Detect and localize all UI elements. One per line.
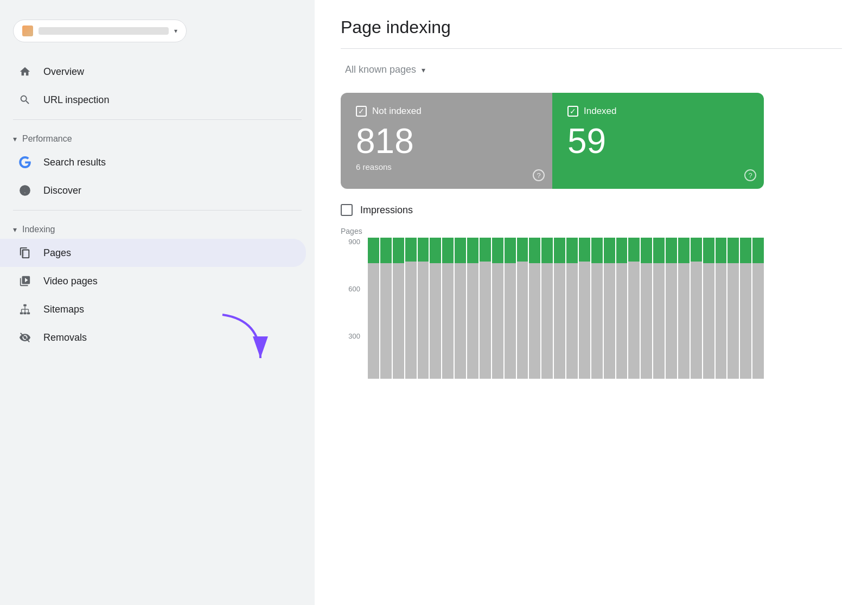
bar-green xyxy=(628,238,640,262)
bar-group xyxy=(616,238,628,379)
sidebar-item-pages[interactable]: Pages xyxy=(0,239,306,267)
bar-green xyxy=(752,238,764,263)
bar-group xyxy=(467,238,478,379)
not-indexed-check-icon: ✓ xyxy=(358,107,365,115)
sidebar-item-overview[interactable]: Overview xyxy=(0,58,306,86)
filter-row: All known pages ▾ xyxy=(341,62,842,78)
bar-group xyxy=(740,238,751,379)
bar-green xyxy=(566,238,578,263)
bar-group xyxy=(604,238,615,379)
indexed-help-icon[interactable]: ? xyxy=(744,169,756,181)
sidebar-item-video-pages[interactable]: Video pages xyxy=(0,267,306,295)
not-indexed-label: Not indexed xyxy=(372,106,422,117)
bar-green xyxy=(505,238,516,263)
site-favicon xyxy=(22,26,33,36)
bar-group xyxy=(752,238,764,379)
chart-canvas xyxy=(368,238,764,379)
all-known-pages-dropdown[interactable]: All known pages ▾ xyxy=(341,62,430,78)
y-tick-600: 600 xyxy=(341,285,360,293)
sidebar-item-video-pages-label: Video pages xyxy=(43,276,98,287)
sidebar-item-discover-label: Discover xyxy=(43,185,81,196)
sidebar-section-indexing[interactable]: ▾ Indexing xyxy=(0,216,315,239)
bar-group xyxy=(554,238,565,379)
bar-gray xyxy=(430,263,441,379)
svg-rect-3 xyxy=(23,304,27,307)
bar-gray xyxy=(579,262,590,379)
bar-group xyxy=(641,238,652,379)
bar-green xyxy=(467,238,478,263)
bar-green xyxy=(393,238,404,263)
not-indexed-header: ✓ Not indexed xyxy=(356,106,537,117)
not-indexed-checkbox[interactable]: ✓ xyxy=(356,106,367,117)
bar-green xyxy=(591,238,603,263)
bar-group xyxy=(455,238,466,379)
indexed-checkbox[interactable]: ✓ xyxy=(567,106,578,117)
site-selector[interactable]: ▾ xyxy=(13,20,187,42)
bar-group xyxy=(418,238,429,379)
sidebar-section-indexing-label: Indexing xyxy=(22,225,55,234)
bar-group xyxy=(727,238,739,379)
bar-group xyxy=(492,238,503,379)
svg-rect-4 xyxy=(20,313,23,315)
bar-green xyxy=(529,238,540,263)
bar-gray xyxy=(492,263,503,379)
sidebar-item-overview-label: Overview xyxy=(43,66,84,78)
sidebar-item-discover[interactable]: ✱ Discover xyxy=(0,176,306,205)
bar-gray xyxy=(703,263,714,379)
indexing-collapse-icon: ▾ xyxy=(13,225,17,234)
bar-gray xyxy=(405,262,417,379)
sidebar-item-sitemaps[interactable]: Sitemaps xyxy=(0,295,306,323)
indexed-card[interactable]: ✓ Indexed 59 ? xyxy=(552,93,764,189)
bar-group xyxy=(716,238,727,379)
bar-gray xyxy=(480,262,491,379)
impressions-checkbox[interactable] xyxy=(341,204,353,216)
chart-y-axis: 900 600 300 xyxy=(341,238,365,379)
bar-group xyxy=(579,238,590,379)
sidebar-item-search-results[interactable]: Search results xyxy=(0,148,306,176)
not-indexed-card[interactable]: ✓ Not indexed 818 6 reasons ? xyxy=(341,93,552,189)
sidebar-section-performance[interactable]: ▾ Performance xyxy=(0,125,315,148)
home-icon xyxy=(17,64,33,79)
indexed-header: ✓ Indexed xyxy=(567,106,749,117)
bar-group xyxy=(541,238,553,379)
bar-green xyxy=(480,238,491,262)
sidebar-item-removals[interactable]: Removals xyxy=(0,323,306,352)
sidebar-item-url-inspection[interactable]: URL inspection xyxy=(0,86,306,114)
bar-gray xyxy=(666,263,677,379)
sidebar-item-pages-label: Pages xyxy=(43,247,71,259)
bar-gray xyxy=(418,262,429,379)
discover-icon: ✱ xyxy=(17,183,33,198)
bar-group xyxy=(628,238,640,379)
bar-green xyxy=(604,238,615,263)
bar-gray xyxy=(380,263,392,379)
bar-group xyxy=(430,238,441,379)
impressions-label: Impressions xyxy=(360,205,413,216)
bar-group xyxy=(505,238,516,379)
bar-group xyxy=(691,238,702,379)
bar-green xyxy=(641,238,652,263)
bar-group xyxy=(480,238,491,379)
bar-group xyxy=(442,238,454,379)
bar-green xyxy=(579,238,590,262)
not-indexed-help-icon[interactable]: ? xyxy=(533,169,545,181)
bar-green xyxy=(517,238,528,262)
bar-gray xyxy=(641,263,652,379)
sidebar-item-search-results-label: Search results xyxy=(43,157,106,168)
title-divider xyxy=(341,48,842,49)
y-tick-300: 300 xyxy=(341,332,360,340)
search-icon xyxy=(17,92,33,107)
bar-green xyxy=(716,238,727,263)
bar-gray xyxy=(727,263,739,379)
bar-group xyxy=(566,238,578,379)
index-cards: ✓ Not indexed 818 6 reasons ? ✓ Indexed … xyxy=(341,93,764,189)
bar-gray xyxy=(467,263,478,379)
bar-gray xyxy=(442,263,454,379)
chart-y-label: Pages xyxy=(341,227,764,235)
impressions-row: Impressions xyxy=(341,204,842,216)
bar-gray xyxy=(691,262,702,379)
bar-green xyxy=(740,238,751,263)
bar-group xyxy=(653,238,665,379)
chart-wrapper: 900 600 300 xyxy=(341,238,764,379)
indexed-label: Indexed xyxy=(584,106,617,117)
main-content: Page indexing All known pages ▾ ✓ Not in… xyxy=(315,0,868,605)
